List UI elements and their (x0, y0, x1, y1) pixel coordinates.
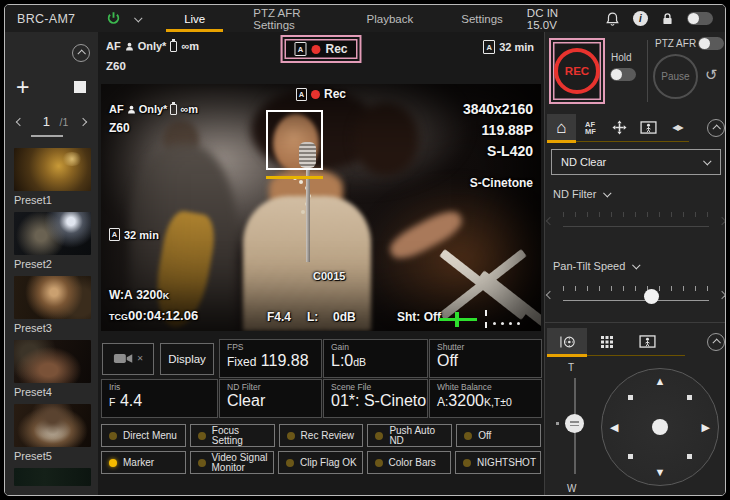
joystick-right-arrow[interactable]: ▶ (702, 422, 710, 433)
media-card-icon: A (483, 40, 495, 54)
zoom-rocker[interactable]: T W (563, 362, 587, 494)
assignable-button-off[interactable]: Off (456, 424, 541, 447)
tab-settings[interactable]: Settings (437, 5, 527, 32)
preset-item[interactable]: Preset5 (5, 404, 98, 462)
assignable-button-focus-setting[interactable]: Focus Setting (190, 424, 275, 447)
lock-icon (661, 12, 674, 26)
nd-filter-section-label[interactable]: ND Filter (553, 188, 611, 200)
preset-sidebar: + 1 /1 Preset1 Preset2 (5, 32, 98, 495)
rec-button[interactable]: REC (554, 48, 600, 94)
face-priority-icon (127, 105, 136, 114)
pan-tilt-speed-slider[interactable] (547, 282, 725, 308)
tab-live[interactable]: Live (160, 5, 229, 32)
lock-toggle[interactable] (687, 12, 713, 25)
media-card-icon: A (294, 42, 306, 56)
control-panel: REC Hold PTZ AFR Pause ↺ ⌂ AFMF ◀▶ (544, 32, 725, 495)
assignable-buttons: Direct Menu Focus Setting Rec Review Pus… (101, 424, 541, 478)
tab-tracking-frame[interactable] (627, 328, 667, 355)
info-icon[interactable]: i (633, 11, 648, 26)
stream-off-button[interactable]: ✕ (102, 343, 154, 375)
shutter-cell[interactable]: Shutter Off (429, 339, 542, 378)
sidebar-collapse-button[interactable] (72, 44, 90, 62)
assignable-button-color-bars[interactable]: Color Bars (367, 451, 452, 474)
preset-thumbnail[interactable] (14, 212, 91, 255)
tab-detail-adjust[interactable]: ◀▶ (663, 114, 692, 141)
tab-playback[interactable]: Playback (343, 5, 438, 32)
notifications-bell-icon[interactable] (605, 11, 620, 27)
preset-thumbnail[interactable] (14, 404, 91, 447)
status-dot (375, 432, 383, 440)
rec-dot-icon (311, 45, 320, 54)
hold-toggle[interactable] (610, 68, 636, 81)
pause-button[interactable]: Pause (653, 54, 698, 99)
iris-cell[interactable]: Iris F 4.4 (101, 379, 218, 418)
tab-pan-tilt[interactable] (605, 114, 634, 141)
joystick-up-arrow[interactable]: ▲ (655, 376, 666, 387)
preset-item[interactable]: Preset3 (5, 276, 98, 334)
preset-thumbnail[interactable] (14, 276, 91, 319)
osd-focus-status: AF Only* ∞m (109, 103, 198, 115)
app-window: BRC-AM7 Live PTZ AFR Settings Playback S… (4, 4, 726, 496)
osd-shutter: Sht: Off (397, 310, 441, 324)
preset-item[interactable]: Preset4 (5, 340, 98, 398)
assignable-button-rec-review[interactable]: Rec Review (279, 424, 364, 447)
tab-preset-grid[interactable] (587, 328, 627, 355)
section-collapse-button[interactable] (707, 333, 725, 351)
slider-left-arrow (546, 217, 554, 225)
joystick-left-arrow[interactable]: ◀ (610, 422, 618, 433)
osd-gain-label: L: (307, 310, 318, 324)
zoom-knob[interactable] (565, 414, 584, 433)
add-preset-button[interactable]: + (16, 74, 29, 100)
preset-item[interactable]: Preset1 (5, 148, 98, 206)
hold-label: Hold (611, 52, 632, 63)
slider-knob[interactable] (644, 289, 659, 304)
pan-tilt-joystick[interactable]: ▲ ▼ ◀ ▶ (601, 368, 719, 486)
next-page-chevron[interactable] (79, 117, 87, 125)
preset-thumbnail[interactable] (14, 340, 91, 383)
status-dot (375, 459, 383, 467)
power-icon[interactable] (105, 10, 122, 27)
pan-tilt-speed-section-label[interactable]: Pan-Tilt Speed (553, 260, 640, 272)
nd-filter-cell[interactable]: ND Filter Clear (219, 379, 322, 418)
main-tabs: Live PTZ AFR Settings Playback Settings (160, 5, 527, 32)
panel-collapse-button[interactable] (707, 119, 725, 137)
ptz-tab-bar (547, 328, 725, 355)
joystick-down-arrow[interactable]: ▼ (655, 467, 666, 478)
preset-thumbnail-partial[interactable] (14, 468, 91, 486)
osd-zoom: Z60 (109, 121, 130, 135)
tab-tracking[interactable] (634, 114, 663, 141)
tab-home[interactable]: ⌂ (547, 114, 576, 141)
assignable-button-video-signal-monitor[interactable]: Video Signal Monitor (190, 451, 275, 474)
joystick-center[interactable] (652, 419, 668, 435)
power-menu-chevron-down-icon[interactable] (134, 14, 142, 22)
tab-ptz-afr-settings[interactable]: PTZ AFR Settings (229, 5, 342, 32)
display-button[interactable]: Display (160, 343, 214, 375)
slider-left-arrow[interactable] (546, 291, 554, 299)
tab-af-mf[interactable]: AFMF (576, 114, 605, 141)
scene-file-cell[interactable]: Scene File 01*: S-Cinetone (323, 379, 428, 418)
assignable-button-nightshot[interactable]: NIGHTSHOT (455, 451, 541, 474)
gain-cell[interactable]: Gain L:0dB (323, 339, 428, 378)
chevron-down-icon (632, 261, 640, 269)
preset-item[interactable]: Preset2 (5, 212, 98, 270)
reset-icon[interactable]: ↺ (705, 66, 718, 84)
preset-label: Preset5 (14, 450, 98, 462)
preset-thumbnail[interactable] (14, 148, 91, 191)
status-dot (287, 432, 295, 440)
fps-cell[interactable]: FPS Fixed 119.88 (219, 339, 322, 378)
video-monitor[interactable]: A Rec AF Only* ∞m Z60 3840x2160 119.88P … (101, 84, 541, 331)
prev-page-chevron[interactable] (16, 117, 24, 125)
ptz-afr-toggle[interactable] (698, 37, 724, 50)
slider-right-arrow[interactable] (718, 291, 726, 299)
rec-status-highlight: A Rec (280, 35, 361, 63)
nd-filter-dropdown[interactable]: ND Clear (551, 149, 721, 175)
tab-joystick-control[interactable] (547, 328, 587, 355)
rec-dot-icon (311, 90, 320, 99)
stop-preset-button[interactable] (74, 81, 86, 93)
assignable-button-clip-flag-ok[interactable]: Clip Flag OK (278, 451, 363, 474)
assignable-button-marker[interactable]: Marker (101, 451, 186, 474)
white-balance-cell[interactable]: White Balance A:3200K,T±0 (429, 379, 542, 418)
chevron-down-icon (603, 189, 611, 197)
assignable-button-direct-menu[interactable]: Direct Menu (101, 424, 186, 447)
assignable-button-push-auto-nd[interactable]: Push Auto ND (367, 424, 452, 447)
